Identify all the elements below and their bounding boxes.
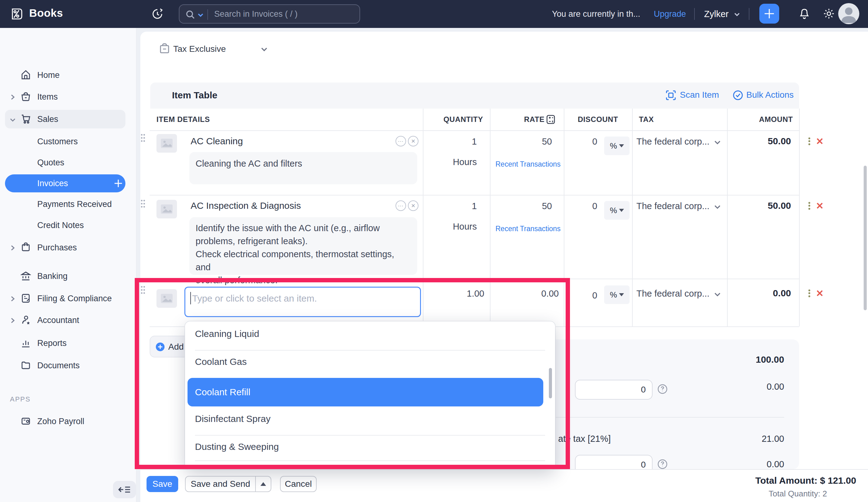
- sidebar-item-sales[interactable]: Sales: [0, 110, 137, 128]
- rate-value[interactable]: 50: [490, 201, 552, 211]
- search-input[interactable]: Search in Invoices ( / ): [214, 5, 298, 23]
- discount-value[interactable]: 0: [564, 136, 597, 147]
- sidebar-item-zoho-payroll[interactable]: Zoho Payroll: [0, 412, 137, 431]
- documents-folder-icon: [20, 360, 31, 370]
- sidebar-item-documents[interactable]: Documents: [0, 356, 137, 375]
- item-more-icon[interactable]: ...: [395, 136, 406, 146]
- row-more-icon[interactable]: [808, 136, 810, 146]
- tax-select-value[interactable]: The federal corp...: [637, 136, 709, 147]
- tax-select-value[interactable]: The federal corp...: [637, 289, 709, 299]
- sidebar-item-quotes[interactable]: Quotes: [0, 153, 137, 172]
- item-name[interactable]: AC Cleaning: [190, 136, 243, 146]
- scan-item-button[interactable]: Scan Item: [680, 90, 719, 100]
- discount-unit-select[interactable]: %: [604, 201, 630, 220]
- sidebar-item-home[interactable]: Home: [0, 66, 137, 84]
- upgrade-link[interactable]: Upgrade: [654, 0, 686, 28]
- chevron-right-icon: [11, 245, 15, 251]
- discount-value[interactable]: 0: [564, 201, 597, 211]
- tax-select-value[interactable]: The federal corp...: [637, 201, 709, 211]
- user-avatar[interactable]: [838, 3, 859, 24]
- discount-unit-select[interactable]: %: [604, 285, 630, 304]
- cancel-button[interactable]: Cancel: [280, 476, 317, 492]
- recent-history-icon[interactable]: [151, 8, 164, 20]
- total-amount: Total Amount: $ 121.00: [683, 475, 856, 486]
- row-more-icon[interactable]: [808, 289, 810, 298]
- sidebar-item-credit-notes[interactable]: Credit Notes: [0, 216, 137, 234]
- item-clear-icon[interactable]: ✕: [408, 200, 418, 211]
- notifications-icon[interactable]: [798, 8, 810, 20]
- item-image-placeholder[interactable]: [156, 200, 177, 218]
- tax-select-chevron-icon: [714, 205, 721, 210]
- org-chevron-icon: [734, 12, 740, 17]
- sidebar-item-invoices[interactable]: Invoices: [0, 174, 137, 193]
- col-header-rate: RATE: [490, 108, 545, 130]
- qty-unit: Hours: [423, 221, 477, 232]
- chevron-right-icon: [11, 94, 15, 100]
- row-drag-handle[interactable]: [141, 134, 146, 143]
- settings-gear-icon[interactable]: [823, 8, 835, 20]
- annotation-highlight-rectangle: [135, 278, 570, 469]
- main-scrollbar[interactable]: [864, 166, 867, 310]
- row-delete-icon[interactable]: ✕: [816, 288, 824, 299]
- row-more-icon[interactable]: [808, 201, 810, 211]
- help-icon[interactable]: [658, 384, 668, 394]
- item-table-bar: Item Table Scan Item Bulk Actions: [150, 83, 799, 108]
- item-name[interactable]: AC Inspection & Diagnosis: [190, 200, 301, 211]
- item-image-placeholder[interactable]: [156, 134, 177, 153]
- sidebar-item-filing-compliance[interactable]: Filing & Compliance: [0, 289, 137, 308]
- discount-unit-select[interactable]: %: [604, 136, 630, 155]
- nav-divider: [694, 8, 695, 20]
- qty-value[interactable]: 1: [423, 136, 477, 147]
- search-scope-chevron-icon[interactable]: [197, 13, 204, 17]
- recent-transactions-link[interactable]: Recent Transactions: [495, 224, 561, 233]
- tax-select-chevron-icon: [714, 292, 721, 297]
- tax-total-amount: 21.00: [714, 434, 784, 444]
- save-and-send-caret-button[interactable]: [255, 476, 271, 492]
- bulk-actions-button[interactable]: Bulk Actions: [746, 90, 794, 100]
- item-more-icon[interactable]: ...: [395, 200, 406, 211]
- adjustment-input[interactable]: 0: [575, 380, 653, 400]
- org-selector[interactable]: Zylker: [704, 0, 728, 28]
- recent-transactions-link[interactable]: Recent Transactions: [495, 160, 561, 168]
- sidebar-item-items[interactable]: Items: [0, 87, 137, 106]
- row-delete-icon[interactable]: ✕: [816, 136, 824, 147]
- extra-amount: 0.00: [714, 459, 784, 469]
- qty-value[interactable]: 1: [423, 201, 477, 211]
- tax-mode-chevron-icon[interactable]: [261, 47, 268, 52]
- search-bar[interactable]: Search in Invoices ( / ): [179, 4, 360, 23]
- sidebar-item-accountant[interactable]: Accountant: [0, 311, 137, 330]
- sidebar-item-customers[interactable]: Customers: [0, 132, 137, 151]
- books-logo-icon: [10, 7, 24, 21]
- sidebar-item-purchases[interactable]: Purchases: [0, 238, 137, 257]
- subtotal-value: 100.00: [683, 354, 784, 365]
- col-header-discount: DISCOUNT: [564, 108, 632, 130]
- col-header-item-details: ITEM DETAILS: [156, 108, 210, 130]
- item-description-box[interactable]: Cleaning the AC and filters: [189, 152, 417, 184]
- col-border: [632, 108, 633, 326]
- sidebar-item-reports[interactable]: Reports: [0, 334, 137, 353]
- help-icon[interactable]: [658, 459, 668, 469]
- home-icon: [20, 70, 31, 80]
- item-description-box[interactable]: Identify the issue with the AC unit (e.g…: [189, 217, 417, 275]
- sidebar-item-banking[interactable]: Banking: [0, 267, 137, 285]
- col-header-amount: AMOUNT: [727, 108, 793, 130]
- col-header-quantity: QUANTITY: [423, 108, 483, 130]
- qty-unit: Hours: [423, 157, 477, 167]
- search-icon: [186, 10, 195, 19]
- rate-value[interactable]: 50: [490, 136, 552, 147]
- save-and-send-button[interactable]: Save and Send: [185, 476, 256, 492]
- tax-mode-value[interactable]: Tax Exclusive: [173, 44, 226, 54]
- reports-chart-icon: [20, 337, 31, 348]
- sidebar-collapse-button[interactable]: [113, 481, 136, 498]
- invoices-add-icon[interactable]: [114, 179, 123, 188]
- sidebar-item-payments-received[interactable]: Payments Received: [0, 195, 137, 213]
- row-delete-icon[interactable]: ✕: [816, 200, 824, 211]
- item-clear-icon[interactable]: ✕: [408, 136, 418, 146]
- item-table-title: Item Table: [172, 90, 217, 101]
- quick-create-button[interactable]: [760, 4, 779, 23]
- rate-calculator-icon[interactable]: [546, 115, 555, 124]
- chevron-right-icon: [11, 318, 15, 323]
- row-drag-handle[interactable]: [141, 200, 146, 209]
- apps-section-label: APPS: [10, 395, 31, 403]
- save-button[interactable]: Save: [146, 476, 178, 492]
